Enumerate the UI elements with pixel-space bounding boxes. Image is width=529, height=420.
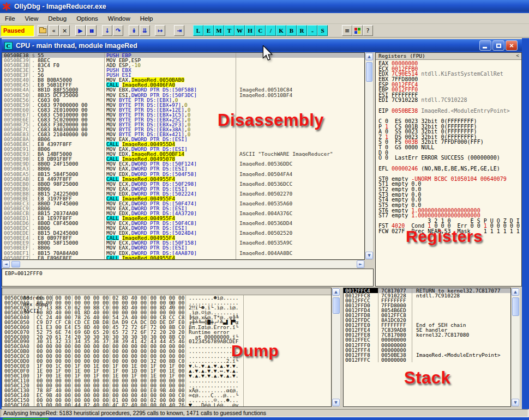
dump-row[interactable]: 0050C0C000 00 00 0000 00 00 0000 00 00 0… xyxy=(2,354,331,358)
register-line[interactable]: A 0 SS 0023 32bit 0(FFFFFFFF) xyxy=(376,129,521,135)
dump-row[interactable]: 0050C02032 13 8B C002 00 8B C000 8D 40 0… xyxy=(2,305,331,310)
disassembly-pane[interactable]: 0050BE38$55PUSH EBP0050BE39.8BECMOV EBP,… xyxy=(2,52,365,260)
info-pane[interactable]: EBP=0012FFF0 xyxy=(2,269,374,287)
scroll-up-icon[interactable]: ▲ xyxy=(365,53,373,60)
register-line[interactable] xyxy=(376,161,521,166)
restore-button[interactable] xyxy=(492,40,504,51)
register-line[interactable]: ESI FFFFFFFF xyxy=(376,93,521,98)
close-program-button[interactable]: × xyxy=(59,25,70,36)
disasm-row[interactable]: 0050BEB6.8B06MOV EAX,DWORD PTR DS:[ESI] xyxy=(2,186,364,191)
dump-row[interactable]: 0050C0E01F 00 1C 001F 00 1E 001F 00 1E 0… xyxy=(2,363,331,368)
register-line[interactable]: ST2 empty 0.0 xyxy=(376,187,521,192)
panel-button-W[interactable]: W xyxy=(235,25,245,36)
register-line[interactable]: C 0 ES 0023 32bit 0(FFFFFFFF) xyxy=(376,119,521,124)
dump-row[interactable]: 0050C00000 00 00 0000 00 00 0002 8D 40 0… xyxy=(2,295,331,300)
stack-row[interactable]: 0012FFF80050BE38ImageRed.<ModuleEntryPoi… xyxy=(344,352,510,357)
dump-row[interactable]: 0050C12000 00 00 0000 00 00 0000 00 00 0… xyxy=(2,383,331,388)
dump-row[interactable]: 0050C09030 31 32 3334 35 36 3738 39 41 4… xyxy=(2,339,331,344)
register-line[interactable]: ST4 empty 0.0 xyxy=(376,197,521,203)
disasm-row[interactable]: 0050BEDC.8B06MOV EAX,DWORD PTR DS:[ESI] xyxy=(2,226,364,230)
register-line[interactable]: ST1 empty 0.0 xyxy=(376,181,521,187)
disassembly-vscrollbar[interactable]: ▲ ▼ xyxy=(365,52,374,260)
stack-vscrollbar[interactable]: ▲ ▼ xyxy=(511,288,520,407)
scroll-down-icon[interactable]: ▼ xyxy=(365,252,373,259)
dump-row[interactable]: 0050C0F01E 00 1F 001E 00 1F 001F 00 1D 0… xyxy=(2,368,331,373)
disasm-row[interactable]: 0050BEBE.E8 3197F8FFCALL ImageRed.004955… xyxy=(2,196,364,201)
step-into-button[interactable]: ↓ xyxy=(102,25,112,36)
disasm-row[interactable]: 0050BE3F.56PUSH ESI xyxy=(2,72,364,77)
panel-button-R[interactable]: R xyxy=(297,25,307,36)
dump-row[interactable]: 0050C040CC 24 40 0078 26 40 0054 2A 40 0… xyxy=(2,315,331,320)
dump-row[interactable]: 0050C0D000 00 00 0000 00 00 0000 00 00 0… xyxy=(2,358,331,363)
disasm-row[interactable]: 0050BE56.C603 00MOV BYTE PTR DS:[EBX],0 xyxy=(2,98,364,102)
disasm-row[interactable]: 0050BEB0.8B0D 98F25000MOV ECX,DWORD PTR … xyxy=(2,181,364,186)
dump-row[interactable]: 0050C08020 20 61 7420 30 30 3030 30 30 3… xyxy=(2,334,331,339)
log-window-button[interactable]: ≡ xyxy=(342,25,352,36)
disasm-row[interactable]: 0050BE3E.53PUSH EBX xyxy=(2,68,364,72)
panel-button-M[interactable]: M xyxy=(214,25,224,36)
cpu-window-titlebar[interactable]: C CPU - main thread, module ImageRed × xyxy=(2,39,522,52)
disasm-row[interactable]: 0050BE3B.83C4 F0ADD ESP,-10 xyxy=(2,63,364,68)
register-line[interactable]: ST3 empty 0.0 xyxy=(376,192,521,198)
help-button[interactable]: ? xyxy=(363,25,373,36)
register-line[interactable]: T 0 GS 0000 NULL xyxy=(376,145,521,150)
dump-row[interactable]: 0050C03000 8D 40 0001 8D 40 0000 00 00 0… xyxy=(2,310,331,315)
animate-into-button[interactable]: ↡ xyxy=(129,25,139,36)
panel-button-B[interactable]: B xyxy=(286,25,297,36)
scroll-thumb[interactable] xyxy=(512,297,519,316)
stack-row[interactable]: 0012FFD07FFD8000 xyxy=(344,303,510,308)
disassembly-hscrollbar[interactable]: ◄ ► xyxy=(2,260,365,269)
dump-vscrollbar[interactable]: ▲ ▼ xyxy=(332,288,341,407)
scroll-right-icon[interactable]: ► xyxy=(357,260,364,268)
register-line[interactable]: D 0 xyxy=(376,150,521,156)
run-button[interactable]: ▶ xyxy=(75,25,86,36)
scroll-down-icon[interactable]: ▼ xyxy=(332,399,340,406)
disasm-row[interactable]: 0050BEC9.8B06MOV EAX,DWORD PTR DS:[ESI] xyxy=(2,206,364,211)
panel-button-K[interactable]: K xyxy=(276,25,286,36)
register-line[interactable]: O 0 LastErr ERROR_SUCCESS (00000000) xyxy=(376,155,521,161)
register-line[interactable] xyxy=(376,171,521,176)
disasm-row[interactable]: 0050BE8C.E8 4397F8FFCALL ImageRed.004955… xyxy=(2,142,364,147)
dump-row[interactable]: 0050C16003 00 00 0044 82 40 004C 82 40 0… xyxy=(2,403,331,407)
menu-window[interactable]: Window xyxy=(103,14,135,23)
disasm-row[interactable]: 0050BEE4.E8 0B97F8FFCALL ImageRed.004955… xyxy=(2,235,364,240)
disasm-row[interactable]: 0050BE98.E8 DB91F8FFCALL ImageRed.004950… xyxy=(2,156,364,161)
scroll-down-icon[interactable]: ▼ xyxy=(512,399,519,406)
disasm-row[interactable]: 0050BEA5.8B15 584F5000MOV EDX,DWORD PTR … xyxy=(2,172,364,176)
stack-row[interactable]: 0012FFE0FFFFFFFFEnd of SEH chain xyxy=(344,322,510,327)
minimize-button[interactable] xyxy=(479,40,491,51)
disasm-row[interactable]: 0050BEDE.8B15 D4245000MOV EDX,DWORD PTR … xyxy=(2,230,364,235)
scroll-up-icon[interactable]: ▲ xyxy=(512,288,519,296)
stack-row[interactable]: 0012FFFC00000000 xyxy=(344,357,510,362)
stack-row[interactable]: 0012FFC87C910228ntdll.7C910228 xyxy=(344,293,510,298)
pause-button[interactable]: ▮▮ xyxy=(86,25,97,36)
disasm-row[interactable]: 0050BEE9.8B0D 58F15000MOV ECX,DWORD PTR … xyxy=(2,240,364,245)
stack-row[interactable]: 0012FFEC00000000 xyxy=(344,337,510,342)
go-to-address-button[interactable]: ⇥ xyxy=(174,25,184,36)
disasm-row[interactable]: 0050BEF1.8B15 70A84A00MOV EDX,DWORD PTR … xyxy=(2,251,364,255)
appearance-button[interactable] xyxy=(352,25,363,36)
disasm-row[interactable]: 0050BE50.8B35 DCF35000MOV ESI,DWORD PTR … xyxy=(2,93,364,98)
stack-row[interactable]: 0012FFCCFFFFFFFF xyxy=(344,298,510,303)
stack-pane[interactable]: 0012FFC47C817077RETURN to kernel32.7C817… xyxy=(343,288,511,407)
register-line[interactable]: P 1 CS 001B 32bit 0(FFFFFFFF) xyxy=(376,124,521,130)
dump-row[interactable]: 0050C13078 8F 40 0000 00 00 0000 00 00 0… xyxy=(2,388,331,393)
panel-button-E[interactable]: E xyxy=(203,25,214,36)
stack-row[interactable]: 0012FFF000000000 xyxy=(344,343,510,348)
stack-row[interactable]: 0012FFDC8A1DC020 xyxy=(344,318,510,322)
menu-file[interactable]: File xyxy=(0,14,20,23)
scroll-thumb[interactable] xyxy=(11,261,20,267)
restart-button[interactable]: « xyxy=(49,25,59,36)
step-over-button[interactable]: ↷ xyxy=(113,25,123,36)
dump-row[interactable]: 0050C050C9 D7 CF C8CD CE DB D8DA D9 CA D… xyxy=(2,320,331,325)
stack-row[interactable]: 0012FFF400000000 xyxy=(344,348,510,352)
disasm-row[interactable]: 0050BECB.8B15 20374A00MOV EDX,DWORD PTR … xyxy=(2,211,364,216)
register-line[interactable]: ECX 0012FFB0 xyxy=(376,66,521,72)
dump-row[interactable]: 0050C1001F 00 1E 001F 00 1F 001E 00 1F 0… xyxy=(2,373,331,378)
scroll-up-icon[interactable]: ▲ xyxy=(332,288,340,296)
dump-row[interactable]: 0050C0B000 00 00 0000 00 00 0000 00 00 0… xyxy=(2,349,331,354)
register-line[interactable]: S 0 FS 003B 32bit 7FFDF000(FFF) xyxy=(376,139,521,145)
animate-over-button[interactable]: ⇊ xyxy=(140,25,150,36)
disasm-row[interactable]: 0050BE9D.8B0D 24F15000MOV ECX,DWORD PTR … xyxy=(2,161,364,166)
dump-row[interactable]: 0050C11000 00 00 0000 00 00 0000 00 00 0… xyxy=(2,378,331,383)
